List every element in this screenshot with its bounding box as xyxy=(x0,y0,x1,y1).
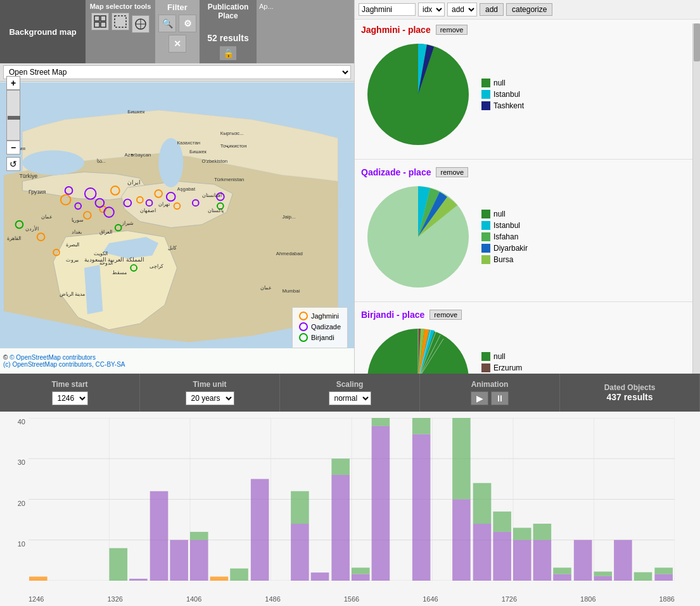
svg-rect-125 xyxy=(553,574,571,581)
map-selector-tools: Map selector tools xyxy=(86,0,155,63)
map-dropdown-row: Open Street Map xyxy=(0,63,354,82)
scrollbar-thumb[interactable] xyxy=(694,23,700,61)
svg-text:Aşgabat: Aşgabat xyxy=(177,186,196,192)
svg-rect-97 xyxy=(150,491,169,581)
birjandi-chart-section: Birjandi - place remove xyxy=(355,305,700,374)
svg-rect-109 xyxy=(352,574,370,581)
selector-icon-3[interactable] xyxy=(132,15,150,33)
selector-icon-1[interactable] xyxy=(91,13,109,30)
ap-label: Ap... xyxy=(257,0,354,63)
lock-icon[interactable]: 🔒 xyxy=(219,46,237,61)
zoom-in-button[interactable]: + xyxy=(6,76,20,90)
svg-rect-127 xyxy=(574,540,592,581)
svg-text:البصرة: البصرة xyxy=(66,242,79,248)
map-type-dropdown[interactable]: Open Street Map xyxy=(3,65,351,79)
svg-rect-0 xyxy=(94,16,99,21)
svg-point-10 xyxy=(22,150,84,175)
svg-rect-106 xyxy=(311,572,329,581)
svg-rect-114 xyxy=(412,418,431,434)
birjandi-legend: null Erzurum Bursa Shirvān Iznik xyxy=(481,352,522,374)
svg-rect-123 xyxy=(533,540,552,581)
svg-text:پاکستان: پاکستان xyxy=(208,208,224,213)
svg-rect-107 xyxy=(331,475,350,581)
scrollbar-track[interactable] xyxy=(692,23,700,374)
svg-text:القاهرة: القاهرة xyxy=(7,236,21,241)
qadizade-chart-title: Qadizade - place remove xyxy=(361,167,694,177)
svg-text:O'zbekiston: O'zbekiston xyxy=(202,158,228,164)
birjandi-chart-title: Birjandi - place remove xyxy=(361,310,694,320)
scaling-select[interactable]: normal xyxy=(329,391,371,405)
time-unit-col: Time unit 20 years xyxy=(140,374,280,412)
svg-rect-95 xyxy=(110,548,128,581)
svg-text:کابل: کابل xyxy=(168,245,177,251)
svg-text:الكويت: الكويت xyxy=(94,251,108,256)
svg-text:بغداد: بغداد xyxy=(72,229,82,235)
svg-rect-4 xyxy=(115,16,126,27)
play-button[interactable]: ▶ xyxy=(471,391,488,405)
scaling-col: Scaling normal xyxy=(280,374,420,412)
qadizade-remove-button[interactable]: remove xyxy=(436,167,468,177)
svg-rect-112 xyxy=(372,418,390,426)
svg-rect-100 xyxy=(190,532,208,540)
svg-rect-96 xyxy=(129,579,148,581)
svg-rect-121 xyxy=(513,540,531,581)
svg-rect-2 xyxy=(94,22,99,27)
svg-text:الدوحة: الدوحة xyxy=(99,260,113,266)
svg-text:ايران: ايران xyxy=(127,179,141,186)
legend-qadizade: Qadizade xyxy=(299,322,341,331)
y-axis-labels: 40 30 20 10 xyxy=(3,418,25,581)
svg-rect-101 xyxy=(210,577,229,581)
qadizade-chart-section: Qadizade - place remove xyxy=(355,162,700,299)
filter-icon-search[interactable]: 🔍 xyxy=(158,15,176,32)
svg-text:شيراز: شيراز xyxy=(121,220,134,226)
svg-rect-132 xyxy=(654,574,673,581)
svg-rect-118 xyxy=(473,483,492,524)
bottom-section: Time start 1246 Time unit 20 years Scali… xyxy=(0,374,700,606)
charts-panel: idx add add categorize Jaghmini - place … xyxy=(355,0,700,374)
map-container: Background map Map selector tools xyxy=(0,0,355,374)
selector-icon-2[interactable] xyxy=(111,13,129,30)
jaghmini-remove-button[interactable]: remove xyxy=(436,25,468,35)
svg-rect-117 xyxy=(473,524,492,581)
svg-rect-119 xyxy=(493,532,511,581)
osm-link2[interactable]: (c) OpenStreetMap contributors, CC-BY-SA xyxy=(3,361,125,368)
svg-text:اَفغانستان: اَفغانستان xyxy=(202,192,222,198)
osm-link1[interactable]: © OpenStreetMap contributors xyxy=(10,354,96,361)
time-start-select[interactable]: 1246 xyxy=(52,391,88,405)
qadizade-pie xyxy=(361,180,475,294)
search-input[interactable] xyxy=(359,3,416,16)
filter-icons: 🔍 ⚙ ✕ xyxy=(158,15,197,53)
pause-button[interactable]: ⏸ xyxy=(491,391,509,405)
svg-rect-110 xyxy=(352,567,370,574)
search-select-2[interactable]: add xyxy=(447,3,477,16)
svg-rect-102 xyxy=(230,569,248,581)
rotate-button[interactable]: ↺ xyxy=(6,157,20,171)
svg-text:Azərbaycan: Azərbaycan xyxy=(124,152,151,158)
legend-jaghmini: Jaghmini xyxy=(299,312,341,320)
filter-icon-settings[interactable]: ⚙ xyxy=(179,15,196,32)
svg-text:مدينة الرياض: مدينة الرياض xyxy=(60,291,85,297)
add-button[interactable]: add xyxy=(480,3,504,16)
svg-text:Бишкек: Бишкек xyxy=(127,109,145,115)
time-unit-select[interactable]: 20 years xyxy=(186,391,234,405)
animation-col: Animation ▶ ⏸ xyxy=(420,374,560,412)
zoom-out-button[interactable]: − xyxy=(6,141,20,155)
filter-icon-clear[interactable]: ✕ xyxy=(169,35,186,53)
svg-rect-120 xyxy=(493,512,511,532)
jaghmini-legend: null Istanbul Tashkent xyxy=(481,79,524,110)
zoom-control: + − ↺ xyxy=(6,76,20,171)
search-select-1[interactable]: idx xyxy=(418,3,445,16)
birjandi-remove-button[interactable]: remove xyxy=(430,310,462,320)
zoom-slider[interactable] xyxy=(6,90,20,141)
categorize-button[interactable]: categorize xyxy=(506,3,552,16)
svg-text:Тоҷикистон: Тоҷикистон xyxy=(220,143,247,149)
svg-text:Türkiye: Türkiye xyxy=(19,173,37,179)
birjandi-pie xyxy=(361,322,475,374)
selector-icons xyxy=(91,13,150,33)
histogram-svg xyxy=(29,418,675,581)
svg-rect-98 xyxy=(170,540,188,581)
dated-objects-col: Dated Objects 437 results xyxy=(560,374,700,412)
svg-rect-3 xyxy=(101,22,106,27)
svg-text:مسقط: مسقط xyxy=(112,270,127,275)
svg-rect-113 xyxy=(412,434,431,581)
